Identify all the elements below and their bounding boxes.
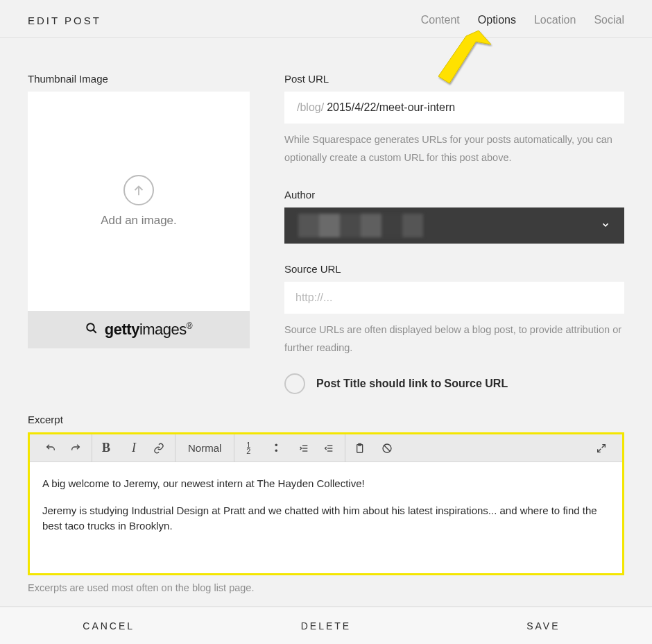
posturl-label: Post URL — [284, 73, 624, 85]
editor-toolbar: B I Normal 12 •• — [30, 434, 622, 462]
bold-button[interactable]: B — [92, 434, 120, 462]
thumbnail-dropzone[interactable]: Add an image. — [28, 92, 250, 311]
svg-point-1 — [87, 323, 94, 331]
header-bar: EDIT POST Content Options Location Socia… — [0, 0, 652, 38]
excerpt-paragraph: A big welcome to Jeremy, our newest inte… — [42, 476, 610, 492]
upload-icon — [123, 175, 154, 205]
format-dropdown[interactable]: Normal — [175, 434, 234, 462]
link-source-checkbox[interactable] — [284, 373, 305, 394]
expand-button[interactable] — [587, 434, 615, 462]
delete-button[interactable]: DELETE — [217, 607, 434, 644]
tab-content[interactable]: Content — [421, 14, 460, 26]
cancel-button[interactable]: CANCEL — [0, 607, 217, 644]
redo-button[interactable] — [65, 434, 92, 462]
indent-button[interactable] — [290, 434, 318, 462]
excerpt-label: Excerpt — [28, 414, 624, 425]
thumbnail-caption: Add an image. — [101, 214, 177, 228]
svg-line-2 — [93, 330, 96, 333]
svg-line-14 — [598, 449, 601, 452]
italic-button[interactable]: I — [120, 434, 148, 462]
link-source-label: Post Title should link to Source URL — [316, 378, 508, 390]
clipboard-button[interactable] — [345, 434, 373, 462]
tabs: Content Options Location Social — [421, 14, 624, 26]
posturl-input[interactable] — [327, 101, 612, 114]
footer-bar: CANCEL DELETE SAVE — [0, 607, 652, 644]
thumbnail-label: Thumbnail Image — [28, 73, 250, 85]
outdent-button[interactable] — [318, 434, 345, 462]
search-icon — [85, 322, 98, 337]
posturl-helper: While Squarespace generates URLs for you… — [284, 130, 624, 167]
author-value-redacted — [298, 214, 423, 237]
page-title: EDIT POST — [28, 15, 101, 26]
save-button[interactable]: SAVE — [435, 607, 652, 644]
sourceurl-helper: Source URLs are often displayed below a … — [284, 321, 624, 357]
excerpt-editor: B I Normal 12 •• A big — [28, 432, 624, 575]
undo-button[interactable] — [37, 434, 65, 462]
chevron-down-icon — [601, 220, 610, 232]
sourceurl-label: Source URL — [284, 263, 624, 275]
link-source-row: Post Title should link to Source URL — [284, 373, 624, 394]
excerpt-textarea[interactable]: A big welcome to Jeremy, our newest inte… — [30, 462, 622, 573]
author-dropdown[interactable] — [284, 207, 624, 244]
ordered-list-button[interactable]: 12 — [234, 434, 262, 462]
getty-images-button[interactable]: gettyimages® — [28, 311, 250, 348]
tab-location[interactable]: Location — [534, 14, 576, 26]
clear-format-button[interactable] — [373, 434, 401, 462]
unordered-list-button[interactable]: •• — [262, 434, 290, 462]
getty-logo: gettyimages® — [105, 321, 192, 339]
sourceurl-input[interactable] — [284, 282, 624, 314]
svg-line-12 — [384, 446, 390, 451]
tab-social[interactable]: Social — [594, 14, 624, 26]
posturl-field[interactable]: /blog/ — [284, 92, 624, 124]
tab-options[interactable]: Options — [478, 14, 516, 26]
excerpt-helper: Excerpts are used most often on the blog… — [28, 582, 624, 593]
svg-line-13 — [602, 445, 606, 448]
link-button[interactable] — [148, 434, 175, 462]
excerpt-paragraph: Jeremy is studying Industrial Design at … — [42, 503, 610, 534]
author-label: Author — [284, 189, 624, 201]
posturl-prefix: /blog/ — [297, 101, 324, 114]
